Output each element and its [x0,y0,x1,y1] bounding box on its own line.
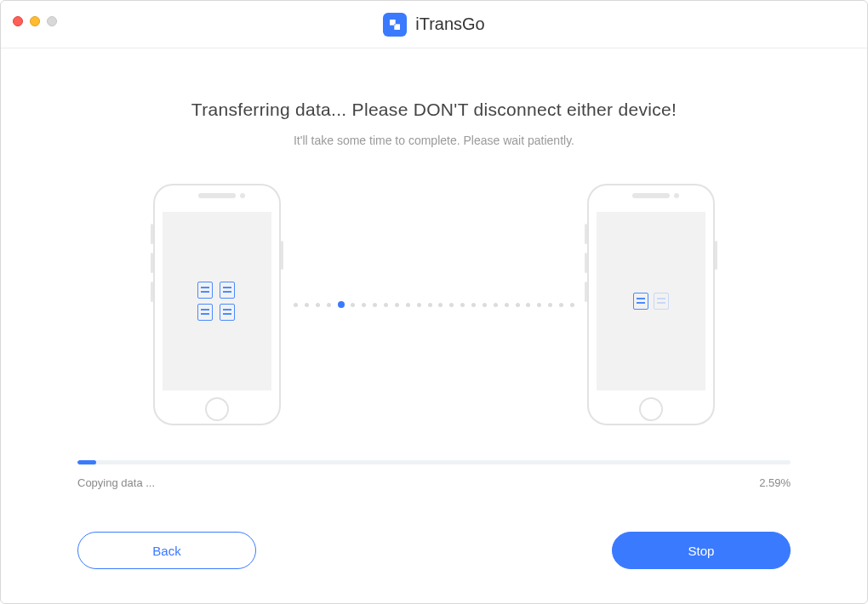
transfer-heading: Transferring data... Please DON'T discon… [77,100,791,120]
source-files-icon-group [197,282,237,321]
app-title: iTransGo [383,13,485,37]
svg-rect-9 [151,282,153,302]
path-dot [428,303,432,307]
svg-rect-8 [151,253,153,273]
path-dot [395,303,399,307]
back-button[interactable]: Back [77,532,256,569]
svg-rect-15 [585,224,587,244]
transfer-dots-path [294,301,574,308]
close-window-button[interactable] [13,16,23,26]
main-content: Transferring data... Please DON'T discon… [1,48,867,428]
titlebar: iTransGo [1,1,867,48]
path-dot [316,303,320,307]
svg-rect-17 [585,282,587,302]
path-dot-active [338,301,345,308]
source-phone-screen [163,212,271,390]
path-dot [406,303,410,307]
path-dot [351,303,355,307]
path-dot [449,303,454,307]
progress-labels: Copying data ... 2.59% [77,476,791,489]
path-dot [471,303,476,307]
path-dot [373,303,377,307]
buttons-row: Back Stop [77,532,791,569]
path-dot [438,303,443,307]
minimize-window-button[interactable] [30,16,40,26]
devices-row [77,181,791,428]
app-window: iTransGo Transferring data... Please DON… [0,0,868,604]
progress-bar [77,460,791,464]
progress-section: Copying data ... 2.59% [77,460,791,489]
file-icon-pending [654,293,669,310]
file-icon [633,293,648,310]
svg-rect-16 [585,253,587,273]
path-dot [526,303,530,307]
path-dot [483,303,487,307]
path-dot [384,303,388,307]
svg-rect-2 [395,24,396,25]
svg-rect-18 [715,241,717,270]
target-phone-screen [597,212,705,390]
file-icon [220,304,235,321]
path-dot [559,303,563,307]
file-icon [197,304,213,321]
app-name: iTransGo [415,14,485,34]
path-dot [548,303,552,307]
path-dot [494,303,498,307]
svg-rect-4 [198,193,236,198]
path-dot [417,303,421,307]
svg-rect-7 [151,224,153,244]
svg-rect-10 [281,241,283,270]
svg-point-5 [240,193,245,198]
progress-fill [77,460,96,464]
path-dot [305,303,309,307]
svg-point-13 [674,193,679,198]
path-dot [294,303,298,307]
path-dot [505,303,509,307]
path-dot [362,303,366,307]
file-icon [220,282,235,299]
path-dot [516,303,520,307]
path-dot [537,303,541,307]
svg-rect-12 [632,193,670,198]
path-dot [327,303,331,307]
path-dot [570,303,574,307]
app-logo-icon [383,13,407,37]
file-icon [197,282,213,299]
source-phone-illustration [149,181,285,428]
path-dot [460,303,465,307]
progress-status-text: Copying data ... [77,476,155,489]
target-files-icon-group [633,293,669,310]
transfer-subheading: It'll take some time to complete. Please… [77,134,791,147]
maximize-window-button[interactable] [47,16,57,26]
target-phone-illustration [583,181,719,428]
stop-button[interactable]: Stop [612,532,791,569]
progress-percent-text: 2.59% [759,476,791,489]
window-controls [13,16,57,26]
